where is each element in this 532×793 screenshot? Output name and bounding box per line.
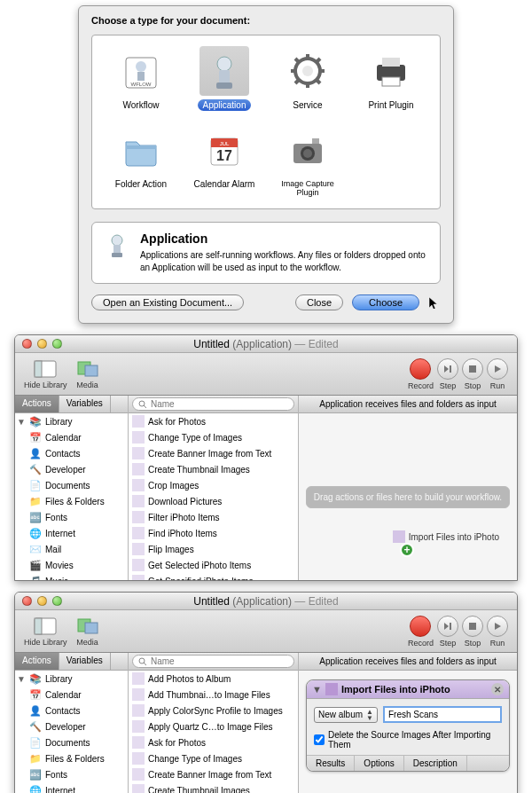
hide-library-button[interactable]: Hide Library xyxy=(24,359,67,389)
action-row[interactable]: Ask for Photos xyxy=(129,413,298,429)
svg-rect-46 xyxy=(132,527,145,539)
options-tab[interactable]: Options xyxy=(355,756,403,771)
sidebar-item[interactable]: 🌐Internet xyxy=(15,782,128,793)
action-row[interactable]: Create Thumbnail Images xyxy=(129,461,298,477)
step-button[interactable]: Step xyxy=(437,616,458,648)
open-existing-button[interactable]: Open an Existing Document... xyxy=(91,294,244,310)
toolbar: Hide Library Media Record Step Stop Run xyxy=(15,610,517,653)
svg-line-12 xyxy=(295,59,299,62)
record-button[interactable]: Record xyxy=(408,358,434,390)
action-row[interactable]: Apply Quartz C…to Image Files xyxy=(129,718,298,734)
search-input[interactable] xyxy=(151,656,288,666)
sidebar-item[interactable]: 👤Contacts xyxy=(15,703,128,718)
album-name-input[interactable] xyxy=(383,706,502,723)
action-row[interactable]: Flip Images xyxy=(129,541,298,557)
type-service[interactable]: Service xyxy=(266,44,349,113)
action-row[interactable]: Crop Images xyxy=(129,477,298,493)
action-row[interactable]: Download Pictures xyxy=(129,493,298,509)
svg-rect-57 xyxy=(85,623,98,633)
type-image-capture-plugin[interactable]: Image Capture Plugin xyxy=(266,123,349,200)
sidebar-item[interactable]: ✉️Mail xyxy=(15,541,128,557)
hide-library-button[interactable]: Hide Library xyxy=(24,616,67,647)
type-print-plugin[interactable]: Print Plugin xyxy=(349,44,433,113)
svg-point-4 xyxy=(217,57,231,71)
actions-tab[interactable]: Actions xyxy=(15,653,59,670)
action-row[interactable]: Get Selected iPhoto Items xyxy=(129,557,298,573)
workflow-drop-zone[interactable]: Drag actions or files here to build your… xyxy=(299,413,517,580)
sidebar-item[interactable]: 🔨Developer xyxy=(15,718,128,734)
svg-rect-61 xyxy=(132,672,145,685)
record-button[interactable]: Record xyxy=(408,616,434,648)
variables-tab[interactable]: Variables xyxy=(59,396,111,412)
action-row[interactable]: Apply ColorSync Profile to Images xyxy=(129,703,298,718)
description-tab[interactable]: Description xyxy=(404,756,467,771)
action-row[interactable]: Get Specified iPhoto Items xyxy=(129,573,298,580)
action-row[interactable]: Change Type of Images xyxy=(129,429,298,445)
toolbar: Hide Library Media Record Step Stop Run xyxy=(15,353,517,396)
sidebar-item[interactable]: 📄Documents xyxy=(15,734,128,750)
svg-rect-42 xyxy=(132,463,145,475)
action-row[interactable]: Create Banner Image from Text xyxy=(129,445,298,461)
action-row[interactable]: Create Thumbnail Images xyxy=(129,782,298,793)
action-row[interactable]: Create Banner Image from Text xyxy=(129,766,298,782)
template-chooser-dialog: Choose a type for your document: WFLOW W… xyxy=(78,5,454,324)
search-field[interactable] xyxy=(132,655,294,668)
sidebar-item[interactable]: 👤Contacts xyxy=(15,445,128,461)
action-row[interactable]: Ask for Photos xyxy=(129,734,298,750)
service-icon xyxy=(283,46,332,96)
sidebar-item[interactable]: 📅Calendar xyxy=(15,429,128,445)
library-header[interactable]: ▼📚Library xyxy=(15,671,128,687)
sidebar-item[interactable]: 📅Calendar xyxy=(15,687,128,703)
sidebar-item[interactable]: 🎬Movies xyxy=(15,557,128,573)
workflow-drop-zone[interactable]: ▼ Import Files into iPhoto ✕ New album ▲… xyxy=(299,671,517,793)
description-box: Application Applications are self-runnin… xyxy=(91,222,441,284)
stop-button[interactable]: Stop xyxy=(462,616,483,648)
search-input[interactable] xyxy=(151,399,288,409)
media-button[interactable]: Media xyxy=(76,616,99,647)
album-select[interactable]: New album ▲▼ xyxy=(314,707,378,723)
action-row[interactable]: Change Type of Images xyxy=(129,750,298,766)
action-row[interactable]: Find iPhoto Items xyxy=(129,525,298,541)
svg-rect-40 xyxy=(132,431,145,444)
svg-rect-6 xyxy=(216,82,232,89)
library-header[interactable]: ▼📚Library xyxy=(15,413,128,429)
disclosure-icon[interactable]: ▼ xyxy=(312,684,322,695)
sidebar-item[interactable]: 🔤Fonts xyxy=(15,509,128,525)
variables-tab[interactable]: Variables xyxy=(59,653,111,670)
svg-rect-36 xyxy=(469,365,476,373)
action-row[interactable]: Add Photos to Album xyxy=(129,671,298,687)
sidebar-item[interactable]: 🎵Music xyxy=(15,573,128,580)
remove-action-button[interactable]: ✕ xyxy=(491,683,504,695)
sidebar-item[interactable]: 🌐Internet xyxy=(15,525,128,541)
application-icon xyxy=(200,46,249,96)
sidebar-item[interactable]: 🔨Developer xyxy=(15,461,128,477)
results-tab[interactable]: Results xyxy=(307,756,355,771)
delete-source-label: Delete the Source Images After Importing… xyxy=(328,730,502,750)
action-row[interactable]: Filter iPhoto Items xyxy=(129,509,298,525)
actions-tab[interactable]: Actions xyxy=(15,396,59,412)
sidebar-item[interactable]: 📁Files & Folders xyxy=(15,750,128,766)
stop-button[interactable]: Stop xyxy=(462,358,483,390)
delete-source-checkbox[interactable] xyxy=(314,734,325,745)
svg-line-15 xyxy=(295,80,299,83)
sidebar-item[interactable]: 📁Files & Folders xyxy=(15,493,128,509)
action-row[interactable]: Add Thumbnai…to Image Files xyxy=(129,687,298,703)
run-button[interactable]: Run xyxy=(487,616,508,648)
search-field[interactable] xyxy=(132,397,294,411)
run-button[interactable]: Run xyxy=(487,358,508,390)
svg-point-27 xyxy=(303,149,312,158)
type-workflow[interactable]: WFLOW Workflow xyxy=(99,44,183,113)
sidebar-item[interactable]: 📄Documents xyxy=(15,477,128,493)
sidebar-item[interactable]: 🔤Fonts xyxy=(15,766,128,782)
step-button[interactable]: Step xyxy=(437,358,458,390)
dialog-title: Choose a type for your document: xyxy=(91,15,441,26)
type-folder-action[interactable]: Folder Action xyxy=(99,123,183,200)
media-button[interactable]: Media xyxy=(76,359,99,389)
dragging-action: Import Files into iPhoto xyxy=(393,530,499,543)
type-application[interactable]: Application xyxy=(183,44,266,113)
type-calendar-alarm[interactable]: JUL17 Calendar Alarm xyxy=(183,123,266,200)
svg-rect-3 xyxy=(137,72,145,81)
svg-rect-68 xyxy=(132,784,145,793)
close-button[interactable]: Close xyxy=(295,294,343,310)
choose-button[interactable]: Choose xyxy=(352,294,419,310)
